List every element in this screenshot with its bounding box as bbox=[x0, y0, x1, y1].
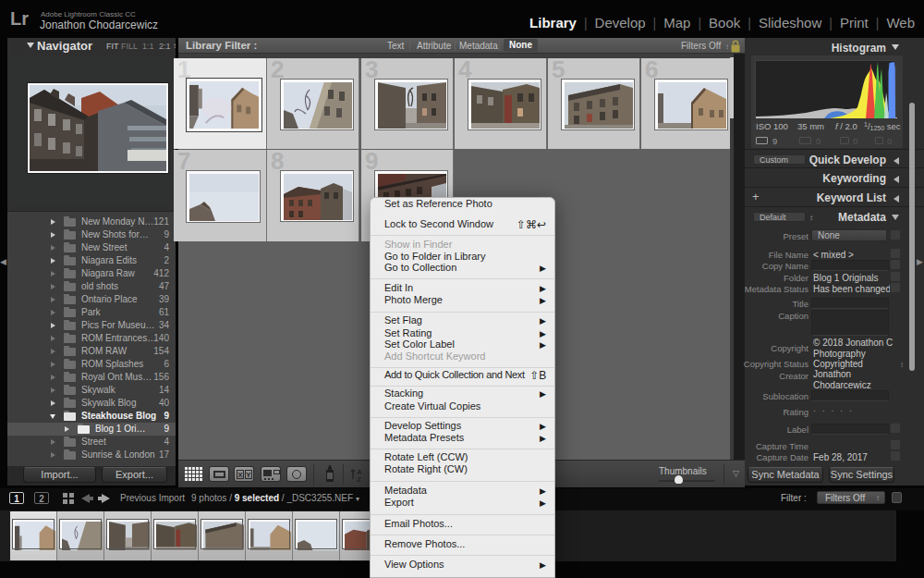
svg-text:Z: Z bbox=[357, 475, 361, 483]
